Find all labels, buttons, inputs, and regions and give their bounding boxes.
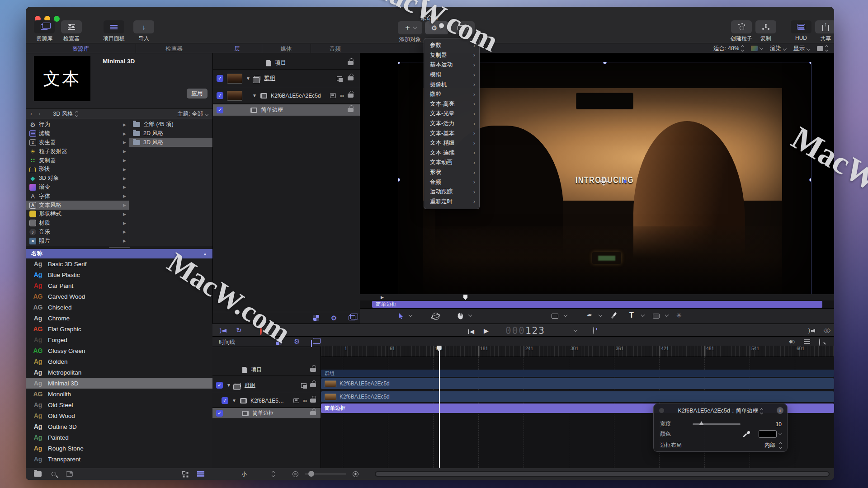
- timing-display-icon[interactable]: [593, 327, 594, 334]
- disclosure-arrow-icon[interactable]: ▶: [123, 230, 126, 234]
- text-style-row[interactable]: AG Glossy Green: [26, 345, 212, 356]
- text-style-row[interactable]: Ag Outline 3D: [26, 421, 212, 432]
- replicate-button[interactable]: [755, 20, 776, 33]
- text-style-row[interactable]: Ag Old Wood: [26, 410, 212, 421]
- mini-timeline-bar[interactable]: 简单边框: [360, 300, 834, 308]
- text-style-row[interactable]: Ag Car Paint: [26, 280, 212, 291]
- eyedropper-icon[interactable]: [743, 431, 750, 438]
- timeline-row-effect[interactable]: ✓ 简单边框: [212, 408, 321, 419]
- disclosure-arrow-icon[interactable]: ▶: [123, 185, 126, 189]
- text-style-row[interactable]: AG Carved Wood: [26, 291, 212, 302]
- zoom-button[interactable]: [54, 16, 60, 22]
- library-category-row[interactable]: 滤镜 ▶: [26, 129, 129, 138]
- inspector-button[interactable]: [61, 20, 82, 33]
- list-header-name[interactable]: 名称 ▲: [26, 249, 212, 258]
- text-style-row[interactable]: Ag Painted: [26, 432, 212, 443]
- track-clip2[interactable]: K2f6BA1E5eA2Ec5d: [321, 391, 834, 402]
- text-style-row[interactable]: Ag Golden: [26, 356, 212, 367]
- lock-icon[interactable]: [310, 368, 316, 372]
- lock-icon[interactable]: [348, 61, 354, 65]
- chevron-down-icon[interactable]: [665, 313, 669, 317]
- blend-icon[interactable]: [337, 76, 342, 81]
- lock-icon[interactable]: [310, 411, 316, 415]
- timecode-field[interactable]: 000123: [505, 325, 545, 336]
- library-category-row[interactable]: 粒子发射器 ▶: [26, 147, 129, 156]
- timeline-row-group[interactable]: ✓ ▼ 群组: [212, 379, 321, 392]
- record-animation-icon[interactable]: [260, 327, 262, 335]
- checkbox-checked[interactable]: ✓: [217, 92, 223, 99]
- shape-tool[interactable]: [653, 314, 660, 319]
- menu-item[interactable]: 文本-基本 ›: [424, 128, 479, 138]
- library-category-row[interactable]: 照片 ▶: [26, 236, 129, 245]
- clip-icon[interactable]: [293, 398, 299, 403]
- text-style-row[interactable]: Ag Basic 3D Serif: [26, 258, 212, 269]
- chevron-down-icon[interactable]: [468, 313, 472, 317]
- zoom-slider-thumb[interactable]: [308, 471, 314, 477]
- lock-icon[interactable]: [348, 76, 354, 80]
- chevron-down-icon[interactable]: [778, 432, 782, 435]
- import-button[interactable]: ↓: [133, 20, 154, 33]
- playhead[interactable]: [439, 346, 440, 468]
- text-style-row[interactable]: AG Flat Graphic: [26, 324, 212, 334]
- blend-icon[interactable]: [301, 383, 307, 388]
- theme-filter-menu[interactable]: 主题: 全部: [177, 110, 208, 118]
- menu-item[interactable]: 运动跟踪 ›: [424, 187, 479, 197]
- menu-item[interactable]: 摄像机 ›: [424, 80, 479, 89]
- nav-back-button[interactable]: ‹: [30, 111, 32, 117]
- library-folder-row[interactable]: 2D 风格: [129, 129, 212, 138]
- motion-blur-icon[interactable]: ◇◇: [824, 327, 828, 333]
- checkbox-checked[interactable]: ✓: [216, 410, 223, 417]
- disclosure-arrow-icon[interactable]: ▶: [123, 122, 126, 127]
- preview-pane-icon[interactable]: [66, 471, 73, 477]
- clip-icon[interactable]: [330, 93, 336, 98]
- list-view-icon[interactable]: [197, 471, 204, 477]
- create-particles-button[interactable]: [731, 20, 752, 33]
- disclosure-arrow-icon[interactable]: ▶: [123, 212, 126, 216]
- timeline-ruler[interactable]: 1 61 121 181 241 301 361 421 481: [321, 346, 834, 357]
- color-swatch[interactable]: [759, 430, 777, 438]
- lock-icon[interactable]: [310, 383, 316, 387]
- disclosure-arrow-icon[interactable]: ▶: [123, 221, 126, 225]
- show-layers-icon[interactable]: [349, 315, 355, 320]
- library-category-row[interactable]: 材质 ▶: [26, 219, 129, 228]
- play-button[interactable]: ▶: [484, 327, 489, 334]
- disclosure-triangle[interactable]: ▼: [226, 383, 231, 388]
- layer-row-effect[interactable]: ✓ 简单边框: [213, 104, 360, 116]
- library-category-row[interactable]: 字体 ▶: [26, 192, 129, 201]
- grid-view-icon[interactable]: [182, 471, 188, 477]
- size-stepper[interactable]: [272, 471, 274, 477]
- menu-item[interactable]: 文本-连续 ›: [424, 148, 479, 158]
- project-pane-button[interactable]: [104, 20, 124, 33]
- menu-item[interactable]: 音频 ›: [424, 177, 479, 187]
- timeline-zoom-icon[interactable]: [819, 338, 820, 346]
- disclosure-arrow-icon[interactable]: ▶: [123, 158, 126, 163]
- menu-item[interactable]: 文本-精细 ›: [424, 138, 479, 148]
- disclosure-arrow-icon[interactable]: ▶: [123, 194, 126, 198]
- width-slider-thumb[interactable]: [699, 421, 704, 425]
- timeline-list-icon[interactable]: [804, 339, 810, 344]
- loop-playback-icon[interactable]: ↻: [236, 326, 242, 334]
- orbit-tool[interactable]: [432, 313, 439, 320]
- paint-stroke-tool[interactable]: [611, 312, 617, 319]
- checkbox-checked[interactable]: ✓: [216, 382, 223, 389]
- tab-inspector[interactable]: 检查器: [136, 44, 212, 53]
- disclosure-triangle[interactable]: ▼: [246, 76, 250, 81]
- checkbox-checked[interactable]: ✓: [217, 107, 223, 113]
- scrollbar-handle[interactable]: [376, 472, 829, 476]
- hud-title[interactable]: K2f6BA1E5eA2Ec5d：简单边框: [654, 407, 787, 415]
- timeline-row-project[interactable]: 项目: [212, 364, 321, 376]
- text-style-row[interactable]: AG Monolith: [26, 389, 212, 399]
- menu-item[interactable]: 基本运动 ›: [424, 60, 479, 70]
- bezier-tool[interactable]: ✒: [586, 311, 594, 320]
- menu-item[interactable]: 参数 ›: [424, 41, 479, 51]
- go-to-start-button[interactable]: ◀: [468, 328, 474, 335]
- search-icon[interactable]: [52, 472, 56, 476]
- channel-swatch-control[interactable]: [751, 46, 763, 51]
- chevron-down-icon[interactable]: [564, 313, 567, 317]
- text-style-row[interactable]: Ag Blue Plastic: [26, 269, 212, 280]
- pan-tool[interactable]: [456, 312, 463, 321]
- render-menu[interactable]: 渲染: [770, 45, 786, 52]
- layer-row-project[interactable]: 项目: [213, 57, 360, 70]
- selection-handle[interactable]: [809, 62, 811, 64]
- nav-forward-button[interactable]: ›: [38, 111, 40, 117]
